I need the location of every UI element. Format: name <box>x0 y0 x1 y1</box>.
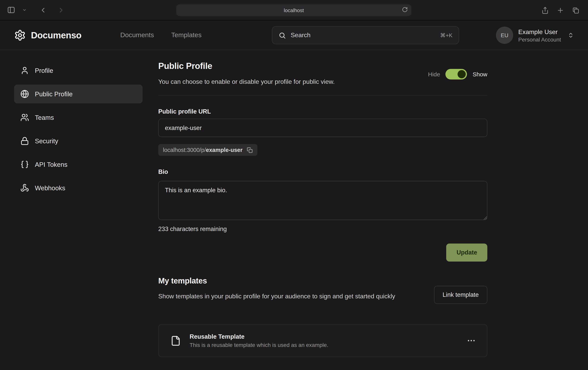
sidebar-item-label: API Tokens <box>35 161 67 168</box>
sidebar-item-teams[interactable]: Teams <box>14 108 143 127</box>
brand[interactable]: Documenso <box>14 20 82 50</box>
new-tab-icon[interactable] <box>556 6 565 15</box>
sidebar-item-api-tokens[interactable]: API Tokens <box>14 155 143 174</box>
toggle-knob <box>458 70 466 78</box>
settings-sidebar: Profile Public Profile Teams Security <box>14 61 143 202</box>
webhook-icon <box>20 184 29 192</box>
bio-label: Bio <box>158 168 168 175</box>
sidebar-item-label: Security <box>35 137 58 145</box>
lock-icon <box>20 137 29 145</box>
chevron-down-icon[interactable] <box>21 7 27 13</box>
ellipsis-menu-icon[interactable] <box>465 334 478 347</box>
my-templates-title: My templates <box>158 277 207 285</box>
bio-textarea[interactable]: This is an example bio. <box>158 181 487 220</box>
profile-url-preview: localhost:3000/p/ example-user <box>158 144 257 156</box>
globe-icon <box>20 90 29 98</box>
public-profile-url-label: Public profile URL <box>158 108 211 115</box>
profile-visibility-toggle[interactable] <box>446 69 467 80</box>
user-icon <box>20 66 29 75</box>
sidebar-item-label: Webhooks <box>35 184 65 192</box>
sidebar-item-webhooks[interactable]: Webhooks <box>14 179 143 197</box>
page-subtitle: You can choose to enable or disable your… <box>158 78 335 85</box>
share-icon[interactable] <box>541 6 550 15</box>
sidebar-item-profile[interactable]: Profile <box>14 61 143 80</box>
search-shortcut: ⌘+K <box>440 32 452 38</box>
my-templates-description: Show templates in your public profile fo… <box>158 291 429 301</box>
sidebar-item-label: Public Profile <box>35 90 73 98</box>
search-input[interactable]: Search ⌘+K <box>272 26 459 44</box>
brand-name: Documenso <box>31 30 82 41</box>
nav-documents[interactable]: Documents <box>120 31 154 39</box>
back-icon[interactable] <box>38 5 48 15</box>
visibility-toggle-group: Hide Show <box>428 69 487 80</box>
top-nav: Documents Templates <box>120 20 201 50</box>
link-template-button[interactable]: Link template <box>434 286 487 304</box>
address-bar[interactable]: localhost <box>176 4 411 16</box>
template-meta: Reusable Template This is a reusable tem… <box>189 333 456 348</box>
tab-overview-icon[interactable] <box>571 6 580 15</box>
nav-templates[interactable]: Templates <box>171 31 201 39</box>
profile-url-slug: example-user <box>206 147 242 153</box>
forward-icon[interactable] <box>56 5 66 15</box>
template-list-item[interactable]: Reusable Template This is a reusable tem… <box>158 324 487 357</box>
file-icon <box>170 335 181 346</box>
sidebar-item-label: Teams <box>35 114 54 121</box>
account-type: Personal Account <box>518 36 561 43</box>
users-icon <box>20 113 29 122</box>
sidebar-toggle-icon[interactable] <box>6 5 16 15</box>
show-label: Show <box>473 71 487 78</box>
search-icon <box>279 31 286 39</box>
divider <box>158 95 487 95</box>
avatar-initials: EU <box>501 32 508 38</box>
sidebar-item-label: Profile <box>35 67 53 74</box>
template-description: This is a reusable template which is use… <box>189 342 456 348</box>
copy-icon[interactable] <box>246 146 253 154</box>
sidebar-item-public-profile[interactable]: Public Profile <box>14 85 143 103</box>
template-name: Reusable Template <box>189 333 456 340</box>
app-body: Profile Public Profile Teams Security <box>0 50 588 370</box>
browser-toolbar: localhost <box>0 0 588 20</box>
sidebar-item-security[interactable]: Security <box>14 132 143 150</box>
reload-icon[interactable] <box>402 7 408 12</box>
braces-icon <box>20 160 29 169</box>
page-title: Public Profile <box>158 61 212 71</box>
documenso-logo-icon <box>14 29 26 41</box>
user-name: Example User <box>518 28 561 36</box>
safari-window: localhost Documens <box>0 0 588 370</box>
avatar: EU <box>496 27 513 44</box>
address-bar-url: localhost <box>284 7 304 13</box>
profile-url-prefix: localhost:3000/p/ <box>163 147 206 153</box>
account-menu[interactable]: EU Example User Personal Account <box>496 20 574 50</box>
public-profile-settings: Public Profile You can choose to enable … <box>158 50 487 370</box>
public-profile-url-input[interactable] <box>158 119 487 137</box>
chevrons-up-down-icon <box>568 32 574 38</box>
search-placeholder: Search <box>291 32 435 39</box>
update-button[interactable]: Update <box>446 244 487 262</box>
characters-remaining: 233 characters remaining <box>158 226 227 233</box>
app-header: Documenso Documents Templates Search ⌘+K… <box>0 20 588 50</box>
hide-label: Hide <box>428 71 440 78</box>
